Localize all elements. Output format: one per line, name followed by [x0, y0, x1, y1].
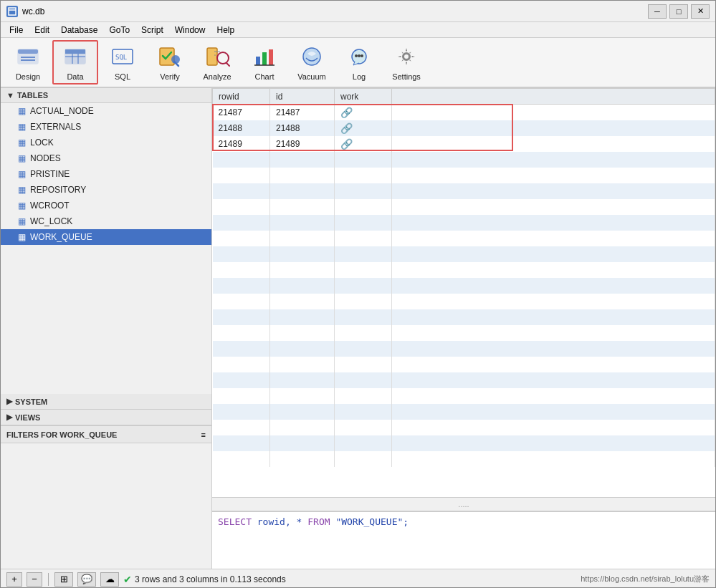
cell-work[interactable]: 🔗: [335, 136, 392, 152]
sidebar-item-actual-node[interactable]: ▦ ACTUAL_NODE: [1, 103, 211, 119]
table-icon: ▦: [18, 169, 26, 179]
toolbar-analyze-btn[interactable]: Analyze: [194, 40, 240, 85]
toolbar-verify-btn[interactable]: Verify: [147, 40, 193, 85]
toolbar-sql-btn[interactable]: SQL SQL: [100, 40, 145, 85]
menu-help[interactable]: Help: [211, 22, 240, 38]
empty-cell: [213, 435, 270, 451]
empty-cell: [270, 278, 335, 294]
sql-label: SQL: [115, 72, 130, 81]
table-row[interactable]: 2148721487🔗: [213, 105, 715, 120]
export-btn[interactable]: 💬: [77, 572, 96, 587]
upload-icon: ☁: [105, 574, 115, 584]
empty-cell: [270, 294, 335, 309]
col-header-id[interactable]: id: [270, 89, 335, 105]
empty-cell: [335, 199, 392, 215]
table-label: NODES: [30, 153, 61, 163]
tables-section-header[interactable]: ▼ TABLES: [1, 88, 211, 103]
tables-list: ▦ ACTUAL_NODE ▦ EXTERNALS ▦ LOCK ▦ NODES…: [1, 103, 211, 394]
table-area[interactable]: rowid id work 2148721487🔗2148821488🔗2148…: [212, 88, 715, 497]
cell-id[interactable]: 21488: [270, 120, 335, 136]
empty-cell: [335, 262, 392, 278]
cell-work[interactable]: 🔗: [335, 120, 392, 136]
cell-rowid[interactable]: 21489: [213, 136, 270, 152]
svg-rect-7: [65, 49, 85, 54]
cell-work[interactable]: 🔗: [335, 105, 392, 120]
sidebar-item-nodes[interactable]: ▦ NODES: [1, 150, 211, 166]
toolbar-design-btn[interactable]: Design: [5, 40, 51, 85]
remove-row-btn[interactable]: −: [27, 572, 42, 587]
cell-rowid[interactable]: 21487: [213, 105, 270, 120]
sidebar-item-work-queue[interactable]: ▦ WORK_QUEUE: [1, 229, 211, 245]
col-header-rowid[interactable]: rowid: [213, 89, 270, 105]
cell-extra: [392, 120, 715, 136]
svg-rect-0: [9, 8, 16, 15]
design-label: Design: [16, 72, 40, 81]
toolbar-chart-btn[interactable]: Chart: [242, 40, 287, 85]
table-row[interactable]: 2148821488🔗: [213, 120, 715, 136]
maximize-btn[interactable]: □: [669, 4, 688, 19]
filters-menu-icon[interactable]: ≡: [201, 430, 206, 439]
add-row-btn[interactable]: +: [6, 572, 22, 587]
status-message: 3 rows and 3 columns in 0.113 seconds: [135, 574, 286, 584]
status-bar: + − ⊞ 💬 ☁ ✔ 3 rows and 3 columns in 0.11…: [1, 569, 715, 588]
empty-cell: [270, 199, 335, 215]
minimize-btn[interactable]: ─: [648, 4, 667, 19]
sidebar-item-repository[interactable]: ▦ REPOSITORY: [1, 182, 211, 198]
empty-row: [213, 152, 715, 168]
empty-cell: [270, 246, 335, 262]
toolbar-log-btn[interactable]: Log: [336, 40, 382, 85]
resize-col-btn[interactable]: ⊞: [54, 572, 73, 587]
menu-bar: File Edit Database GoTo Script Window He…: [1, 22, 715, 38]
menu-goto[interactable]: GoTo: [103, 22, 135, 38]
toolbar-vacuum-btn[interactable]: Vacuum: [289, 40, 335, 85]
views-section-header[interactable]: ▶ VIEWS: [1, 410, 211, 425]
sql-area[interactable]: SELECT rowid, * FROM "WORK_QUEUE";: [212, 511, 715, 569]
empty-cell: [335, 294, 392, 309]
window-controls: ─ □ ✕: [648, 4, 710, 19]
empty-cell: [392, 152, 715, 168]
empty-cell: [213, 231, 270, 246]
empty-cell: [392, 199, 715, 215]
cell-id[interactable]: 21489: [270, 136, 335, 152]
sidebar-item-wcroot[interactable]: ▦ WCROOT: [1, 198, 211, 213]
menu-file[interactable]: File: [4, 22, 29, 38]
empty-row: [213, 183, 715, 199]
cell-id[interactable]: 21487: [270, 105, 335, 120]
log-label: Log: [353, 72, 366, 81]
divider: [48, 573, 49, 586]
empty-cell: [213, 451, 270, 467]
upload-btn[interactable]: ☁: [100, 572, 119, 587]
menu-database[interactable]: Database: [55, 22, 103, 38]
toolbar: Design Data SQL SQL: [1, 38, 715, 88]
col-header-work[interactable]: work: [335, 89, 392, 105]
toolbar-data-btn[interactable]: Data: [52, 40, 98, 85]
empty-row: [213, 325, 715, 341]
menu-script[interactable]: Script: [135, 22, 169, 38]
empty-cell: [335, 246, 392, 262]
sidebar-item-wc-lock[interactable]: ▦ WC_LOCK: [1, 213, 211, 229]
sql-text-rowid: rowid, *: [257, 516, 307, 527]
sql-icon: SQL: [110, 44, 135, 69]
system-section-header[interactable]: ▶ SYSTEM: [1, 394, 211, 410]
sidebar-item-externals[interactable]: ▦ EXTERNALS: [1, 119, 211, 135]
svg-rect-21: [256, 57, 260, 65]
empty-cell: [335, 451, 392, 467]
menu-window[interactable]: Window: [169, 22, 211, 38]
chart-label: Chart: [255, 72, 275, 81]
svg-rect-3: [18, 49, 38, 54]
table-row[interactable]: 2148921489🔗: [213, 136, 715, 152]
empty-cell: [392, 168, 715, 183]
empty-cell: [270, 404, 335, 420]
empty-cell: [213, 420, 270, 435]
empty-row: [213, 215, 715, 231]
empty-cell: [270, 388, 335, 404]
empty-row: [213, 231, 715, 246]
sidebar-item-pristine[interactable]: ▦ PRISTINE: [1, 166, 211, 182]
empty-row: [213, 451, 715, 467]
toolbar-settings-btn[interactable]: Settings: [383, 40, 429, 85]
cell-rowid[interactable]: 21488: [213, 120, 270, 136]
close-btn[interactable]: ✕: [691, 4, 710, 19]
empty-cell: [270, 451, 335, 467]
menu-edit[interactable]: Edit: [29, 22, 55, 38]
sidebar-item-lock[interactable]: ▦ LOCK: [1, 135, 211, 150]
